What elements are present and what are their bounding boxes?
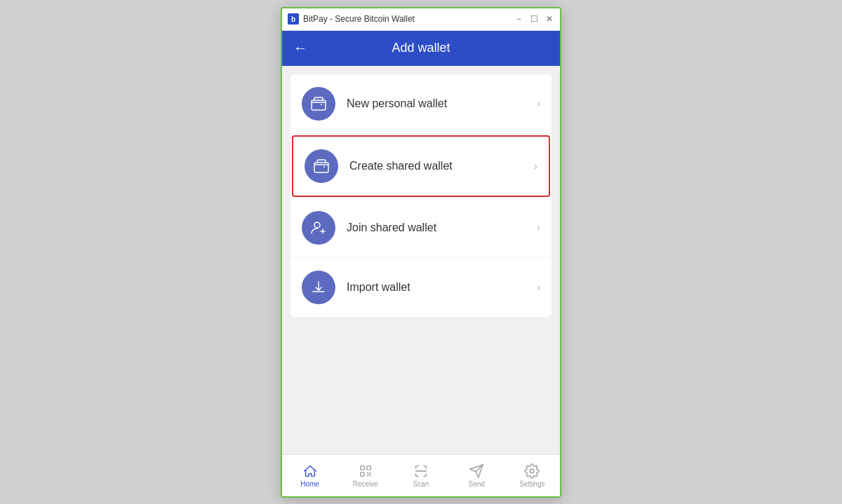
nav-settings[interactable]: Settings (504, 463, 560, 488)
wallet-shared-icon (313, 158, 330, 175)
minimize-button[interactable]: − (514, 14, 523, 24)
home-icon (302, 463, 318, 479)
svg-rect-1 (314, 163, 328, 172)
svg-point-2 (314, 222, 320, 228)
import-wallet-item[interactable]: Import wallet › (290, 258, 552, 317)
app-icon-letter: b (291, 15, 295, 23)
title-bar: b BitPay - Secure Bitcoin Wallet − ☐ ✕ (282, 8, 560, 31)
nav-settings-label: Settings (519, 480, 544, 488)
join-shared-wallet-chevron: › (537, 222, 540, 234)
page-title: Add wallet (392, 41, 450, 55)
import-wallet-icon-circle (302, 271, 335, 304)
new-personal-wallet-icon-circle (302, 87, 335, 121)
nav-home[interactable]: Home (282, 463, 338, 488)
join-shared-wallet-item[interactable]: Join shared wallet › (290, 198, 552, 258)
new-personal-wallet-label: New personal wallet (347, 97, 537, 110)
create-shared-wallet-item[interactable]: Create shared wallet › (292, 135, 550, 197)
create-shared-wallet-chevron: › (534, 160, 537, 172)
new-personal-wallet-item[interactable]: New personal wallet › (290, 74, 552, 134)
maximize-button[interactable]: ☐ (529, 14, 539, 24)
nav-home-label: Home (300, 480, 319, 488)
content-area: New personal wallet › Create shared wall… (282, 66, 560, 454)
download-icon (310, 279, 327, 296)
svg-rect-0 (312, 100, 326, 110)
settings-icon (524, 463, 540, 479)
nav-scan-label: Scan (413, 480, 429, 488)
app-header: ← Add wallet (282, 31, 560, 66)
nav-receive-label: Receive (353, 480, 378, 488)
app-icon: b (288, 13, 299, 25)
window-controls: − ☐ ✕ (514, 14, 554, 24)
close-button[interactable]: ✕ (544, 14, 554, 24)
nav-scan[interactable]: Scan (393, 463, 448, 488)
import-wallet-label: Import wallet (347, 281, 537, 294)
svg-rect-5 (360, 472, 364, 476)
svg-point-7 (530, 469, 535, 473)
menu-list: New personal wallet › Create shared wall… (290, 74, 552, 317)
svg-rect-3 (360, 465, 364, 470)
back-button[interactable]: ← (293, 40, 307, 56)
receive-icon (358, 463, 373, 479)
bottom-nav: Home Receive Scan Send (282, 454, 560, 496)
nav-receive[interactable]: Receive (338, 463, 393, 488)
send-icon (469, 463, 484, 479)
app-window: b BitPay - Secure Bitcoin Wallet − ☐ ✕ ←… (281, 7, 561, 498)
join-shared-wallet-icon-circle (302, 211, 335, 245)
create-shared-wallet-icon-circle (305, 149, 338, 183)
join-shared-wallet-label: Join shared wallet (347, 222, 537, 234)
nav-send-label: Send (469, 480, 485, 488)
new-personal-wallet-chevron: › (537, 97, 540, 110)
window-title: BitPay - Secure Bitcoin Wallet (303, 14, 514, 24)
svg-rect-4 (367, 465, 371, 470)
nav-send[interactable]: Send (449, 463, 504, 488)
person-plus-icon (310, 219, 327, 236)
import-wallet-chevron: › (537, 281, 540, 294)
scan-icon (413, 463, 429, 479)
wallet-icon (310, 95, 327, 112)
create-shared-wallet-label: Create shared wallet (349, 160, 534, 172)
